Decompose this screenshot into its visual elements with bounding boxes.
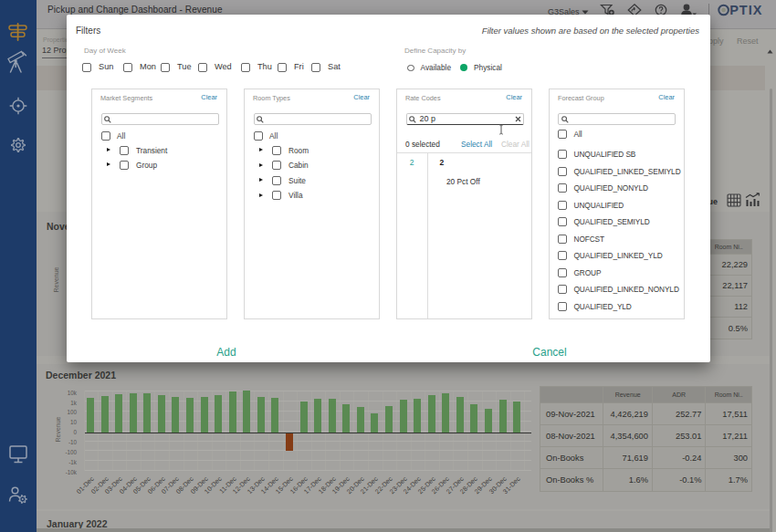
svg-text:PTIX: PTIX xyxy=(729,4,762,16)
